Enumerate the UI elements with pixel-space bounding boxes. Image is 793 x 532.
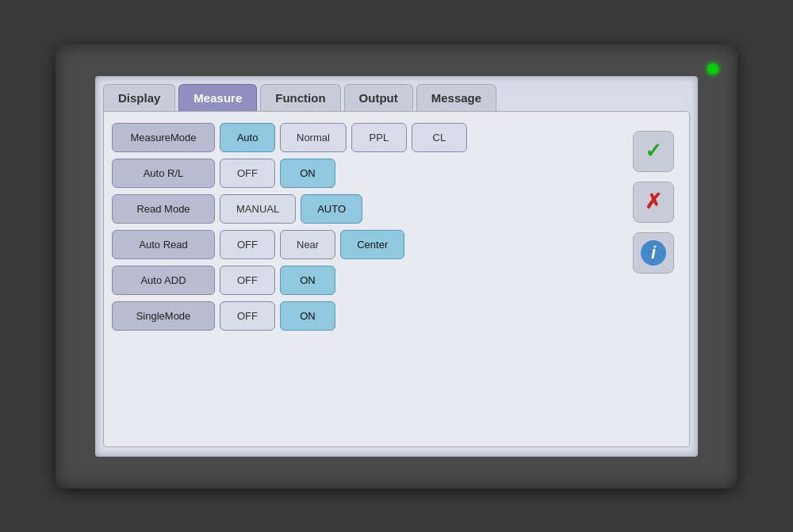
tab-output[interactable]: Output bbox=[344, 84, 413, 111]
single-mode-row: SingleMode OFF ON bbox=[112, 301, 618, 331]
tab-message[interactable]: Message bbox=[416, 84, 496, 111]
auto-rl-row: Auto R/L OFF ON bbox=[112, 159, 618, 188]
auto-add-label: Auto ADD bbox=[112, 266, 215, 295]
auto-add-on[interactable]: ON bbox=[280, 266, 335, 295]
read-mode-label: Read Mode bbox=[112, 194, 215, 224]
auto-read-center[interactable]: Center bbox=[340, 230, 404, 259]
measure-mode-row: MeasureMode Auto Normal PPL CL bbox=[112, 123, 618, 152]
auto-read-off[interactable]: OFF bbox=[220, 230, 275, 259]
device-frame: Display Measure Function Output Message … bbox=[56, 44, 737, 488]
read-mode-auto[interactable]: AUTO bbox=[301, 194, 362, 224]
confirm-button[interactable]: ✓ bbox=[633, 131, 674, 172]
auto-add-off[interactable]: OFF bbox=[220, 266, 275, 295]
info-icon: i bbox=[641, 240, 666, 266]
tab-function[interactable]: Function bbox=[260, 84, 340, 111]
cancel-button[interactable]: ✗ bbox=[633, 182, 674, 223]
main-settings-area: MeasureMode Auto Normal PPL CL Auto R/L … bbox=[112, 123, 618, 435]
tab-bar: Display Measure Function Output Message bbox=[95, 76, 698, 111]
action-sidebar: ✓ ✗ i bbox=[626, 123, 681, 435]
measure-mode-label: MeasureMode bbox=[112, 123, 215, 152]
single-mode-off[interactable]: OFF bbox=[220, 301, 275, 331]
tab-display[interactable]: Display bbox=[103, 84, 175, 111]
auto-rl-on[interactable]: ON bbox=[280, 159, 335, 188]
tab-measure[interactable]: Measure bbox=[178, 84, 257, 111]
read-mode-row: Read Mode MANUAL AUTO bbox=[112, 194, 618, 224]
checkmark-icon: ✓ bbox=[645, 139, 662, 163]
auto-read-row: Auto Read OFF Near Center bbox=[112, 230, 618, 259]
cross-icon: ✗ bbox=[645, 189, 662, 214]
auto-rl-label: Auto R/L bbox=[112, 159, 215, 188]
measure-mode-normal[interactable]: Normal bbox=[280, 123, 347, 152]
measure-mode-ppl[interactable]: PPL bbox=[351, 123, 407, 152]
screen: Display Measure Function Output Message … bbox=[95, 76, 698, 457]
info-button[interactable]: i bbox=[633, 232, 674, 274]
auto-read-label: Auto Read bbox=[112, 230, 215, 259]
measure-mode-auto[interactable]: Auto bbox=[220, 123, 275, 152]
auto-add-row: Auto ADD OFF ON bbox=[112, 266, 618, 295]
auto-rl-off[interactable]: OFF bbox=[220, 159, 275, 188]
indicator-light bbox=[707, 63, 718, 75]
auto-read-near[interactable]: Near bbox=[280, 230, 335, 259]
single-mode-label: SingleMode bbox=[112, 301, 215, 331]
read-mode-manual[interactable]: MANUAL bbox=[220, 194, 296, 224]
single-mode-on[interactable]: ON bbox=[280, 301, 335, 331]
measure-mode-cl[interactable]: CL bbox=[412, 123, 467, 152]
content-area: MeasureMode Auto Normal PPL CL Auto R/L … bbox=[103, 111, 690, 447]
